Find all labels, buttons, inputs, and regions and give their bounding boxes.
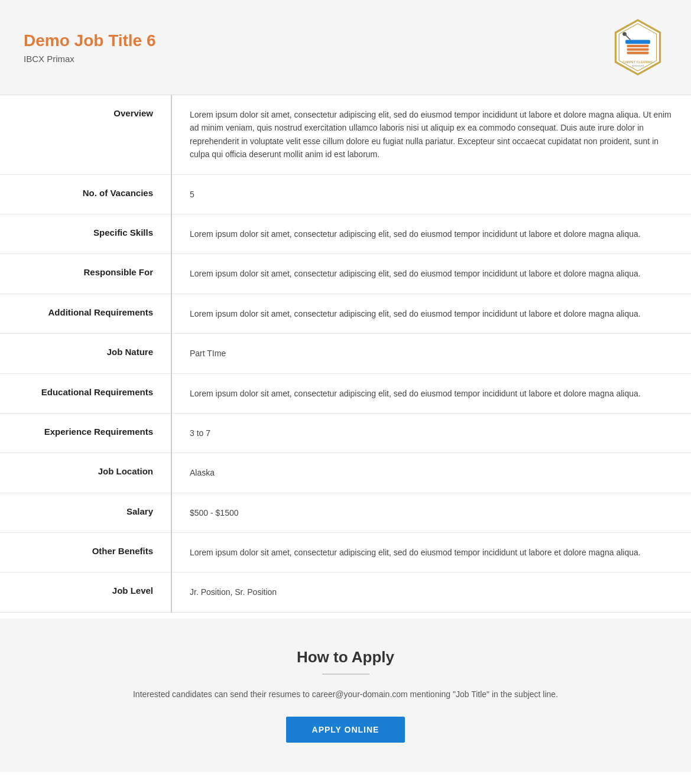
- row-value: Alaska: [171, 453, 691, 493]
- row-value: Lorem ipsum dolor sit amet, consectetur …: [171, 533, 691, 572]
- main-content: OverviewLorem ipsum dolor sit amet, cons…: [0, 95, 691, 613]
- table-row: Other BenefitsLorem ipsum dolor sit amet…: [0, 533, 691, 572]
- svg-rect-2: [625, 40, 650, 44]
- table-row: Job NaturePart TIme: [0, 334, 691, 373]
- row-label: Specific Skills: [0, 214, 171, 253]
- svg-rect-3: [627, 45, 649, 47]
- how-to-apply-section: How to Apply Interested candidates can s…: [0, 619, 691, 772]
- row-value: Lorem ipsum dolor sit amet, consectetur …: [171, 373, 691, 413]
- row-value: Jr. Position, Sr. Position: [171, 572, 691, 612]
- row-value: Lorem ipsum dolor sit amet, consectetur …: [171, 254, 691, 294]
- details-table: OverviewLorem ipsum dolor sit amet, cons…: [0, 95, 691, 613]
- row-value: Lorem ipsum dolor sit amet, consectetur …: [171, 214, 691, 253]
- job-title: Demo Job Title 6: [24, 31, 156, 50]
- row-label: Responsible For: [0, 254, 171, 294]
- apply-online-button[interactable]: APPLY ONLINE: [286, 717, 405, 743]
- svg-rect-5: [627, 52, 649, 54]
- table-row: Salary$500 - $1500: [0, 493, 691, 532]
- row-value: 5: [171, 174, 691, 214]
- apply-description: Interested candidates can send their res…: [24, 689, 667, 699]
- header-left: Demo Job Title 6 IBCX Primax: [24, 31, 156, 64]
- row-value: Lorem ipsum dolor sit amet, consectetur …: [171, 294, 691, 333]
- row-label: Job Level: [0, 572, 171, 612]
- header: Demo Job Title 6 IBCX Primax CARPET CLEA…: [0, 0, 691, 95]
- divider: [322, 674, 369, 675]
- table-row: Experience Requirements3 to 7: [0, 413, 691, 453]
- row-label: Experience Requirements: [0, 413, 171, 453]
- carpet-cleaning-logo: CARPET CLEANING SERVICES: [608, 18, 667, 77]
- table-row: OverviewLorem ipsum dolor sit amet, cons…: [0, 95, 691, 174]
- row-label: Other Benefits: [0, 533, 171, 572]
- company-name: IBCX Primax: [24, 54, 156, 64]
- table-row: Job LevelJr. Position, Sr. Position: [0, 572, 691, 612]
- row-value: $500 - $1500: [171, 493, 691, 532]
- row-label: Additional Requirements: [0, 294, 171, 333]
- logo-container: CARPET CLEANING SERVICES: [608, 18, 667, 77]
- row-label: No. of Vacancies: [0, 174, 171, 214]
- row-label: Job Nature: [0, 334, 171, 373]
- row-value: Lorem ipsum dolor sit amet, consectetur …: [171, 95, 691, 174]
- svg-rect-4: [627, 48, 649, 51]
- svg-point-7: [622, 32, 627, 36]
- row-label: Overview: [0, 95, 171, 174]
- how-to-apply-title: How to Apply: [24, 648, 667, 666]
- row-label: Job Location: [0, 453, 171, 493]
- table-row: No. of Vacancies5: [0, 174, 691, 214]
- table-row: Responsible ForLorem ipsum dolor sit ame…: [0, 254, 691, 294]
- row-label: Educational Requirements: [0, 373, 171, 413]
- table-row: Job LocationAlaska: [0, 453, 691, 493]
- row-value: 3 to 7: [171, 413, 691, 453]
- row-value: Part TIme: [171, 334, 691, 373]
- table-row: Additional RequirementsLorem ipsum dolor…: [0, 294, 691, 333]
- svg-text:CARPET CLEANING: CARPET CLEANING: [622, 60, 653, 64]
- table-row: Educational RequirementsLorem ipsum dolo…: [0, 373, 691, 413]
- row-label: Salary: [0, 493, 171, 532]
- table-row: Specific SkillsLorem ipsum dolor sit ame…: [0, 214, 691, 253]
- svg-text:SERVICES: SERVICES: [632, 64, 644, 67]
